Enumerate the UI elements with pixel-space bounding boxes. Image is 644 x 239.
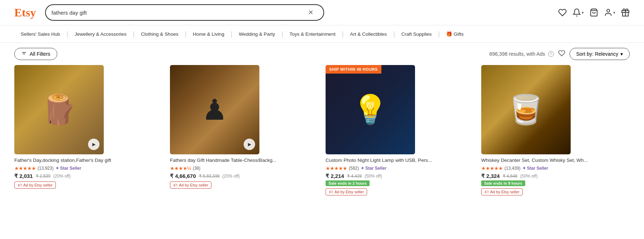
nav-gifts[interactable]: 🎁 Gifts [440,28,470,40]
nav-toys-entertainment[interactable]: Toys & Entertainment [283,29,342,40]
star-rating: ★★★★½ [170,165,191,171]
price-off: (20% off) [53,174,70,179]
star-rating: ★★★★★ [14,165,36,171]
ad-icon: 🏷 [173,183,177,187]
star-rating: ★★★★★ [481,165,503,171]
all-filters-button[interactable]: All Filters [14,48,57,60]
product-price: ₹ 2,031 ₹ 2,539 (20% off) [14,173,163,179]
nav-sellers-sales-hub[interactable]: Sellers' Sales Hub [14,29,67,40]
ad-icon: 🏷 [18,183,21,187]
review-count: (38) [193,166,200,171]
search-input[interactable] [52,10,307,16]
user-chevron: ▾ [613,10,615,15]
gift-button[interactable] [621,8,630,17]
sale-ends-badge: Sale ends in 2 hours [326,180,370,186]
price-main: ₹ 2,031 [14,173,33,179]
star-seller-badge: ✦ Star Seller [522,166,548,171]
product-rating: ★★★★★ (582) ✦ Star Seller [326,165,474,171]
product-title: Fathers day GIft Handmade Table-Chess/Ba… [170,157,318,164]
save-search-button[interactable] [558,50,565,59]
filter-icon [21,51,27,57]
product-price: ₹ 2,324 ₹ 4,648 (50% off) [481,173,630,179]
price-off: (50% off) [365,174,382,179]
product-image: 🥃 [481,65,571,154]
play-button[interactable]: ▶ [88,139,99,150]
product-image-wrap: 🥃 [481,65,571,154]
notifications-button[interactable]: ▾ [572,8,584,17]
ad-badge: 🏷 Ad by Etsy seller [170,181,211,189]
product-image-wrap: 🪵 ▶ [14,65,104,154]
sale-ends-badge: Sale ends in 9 hours [481,180,525,186]
product-image: 💡 [326,65,415,154]
product-price: ₹ 4,66,670 ₹ 5,83,338 (20% off) [170,173,318,179]
ad-badge: 🏷 Ad by Etsy seller [481,188,523,195]
price-original: ₹ 2,539 [36,174,50,179]
star-seller-badge: ✦ Star Seller [361,166,386,171]
svg-point-3 [607,9,610,12]
price-main: ₹ 2,214 [326,173,344,179]
product-card-1[interactable]: 🪵 ▶ Father's Day,docking station,Father'… [14,65,163,195]
review-count: (13,439) [504,166,521,171]
ad-badge: 🏷 Ad by Etsy seller [326,188,367,195]
product-image-wrap: ♟ ▶ [170,65,259,154]
ship-badge: SHIP WITHIN 48 HOURS [326,65,381,74]
product-price: ₹ 2,214 ₹ 4,428 (50% off) [326,173,474,179]
search-bar: ✕ [45,4,324,21]
price-original: ₹ 5,83,338 [199,174,220,179]
star-seller-icon: ✦ [361,166,364,171]
nav-jewellery-accessories[interactable]: Jewellery & Accessories [68,29,133,40]
review-count: (13,923) [38,166,54,171]
main-nav: Sellers' Sales Hub | Jewellery & Accesso… [0,25,644,43]
star-seller-icon: ✦ [522,166,526,171]
product-card-3[interactable]: SHIP WITHIN 48 HOURS 💡 Custom Photo Nigh… [326,65,474,195]
product-rating: ★★★★★ (13,923) ✦ Star Seller [14,165,163,171]
sort-label: Sort by: Relevancy [576,51,619,57]
product-image-wrap: SHIP WITHIN 48 HOURS 💡 [326,65,415,154]
price-main: ₹ 4,66,670 [170,173,196,179]
wishlist-button[interactable] [558,8,567,17]
results-info-icon[interactable]: ? [548,51,554,57]
play-button[interactable]: ▶ [244,139,255,150]
product-rating: ★★★★½ (38) [170,165,318,171]
review-count: (582) [349,166,359,171]
cart-button[interactable] [590,8,598,17]
star-seller-icon: ✦ [55,166,59,171]
product-card-2[interactable]: ♟ ▶ Fathers day GIft Handmade Table-Ches… [170,65,318,195]
ad-icon: 🏷 [484,190,488,194]
header: Etsy ✕ ▾ ▾ [0,0,644,25]
header-icons: ▾ ▾ [558,8,630,17]
product-title: Custom Photo Night Light Lamp with USB, … [326,157,474,164]
star-rating: ★★★★★ [326,165,347,171]
results-info: 896,398 results, with Ads ? [489,51,554,57]
nav-home-living[interactable]: Home & Living [186,29,231,40]
price-off: (50% off) [520,174,537,179]
price-original: ₹ 4,648 [503,174,517,179]
product-title: Father's Day,docking station,Father's Da… [14,157,163,164]
product-title: Whiskey Decanter Set, Custom Whisky Set,… [481,157,630,164]
price-original: ₹ 4,428 [347,174,362,179]
product-card-4[interactable]: 🥃 Whiskey Decanter Set, Custom Whisky Se… [481,65,630,195]
price-main: ₹ 2,324 [481,173,500,179]
star-seller-badge: ✦ Star Seller [55,166,81,171]
product-rating: ★★★★★ (13,439) ✦ Star Seller [481,165,630,171]
sort-chevron: ▾ [620,51,623,57]
nav-craft-supplies[interactable]: Craft Supplies [395,29,438,40]
price-off: (20% off) [223,174,240,179]
etsy-logo[interactable]: Etsy [14,6,39,19]
products-grid: 🪵 ▶ Father's Day,docking station,Father'… [0,65,644,210]
search-button[interactable] [315,7,318,18]
user-button[interactable]: ▾ [604,8,615,17]
ad-badge: 🏷 Ad by Etsy seller [14,181,56,189]
nav-clothing-shoes[interactable]: Clothing & Shoes [135,29,185,40]
filter-label: All Filters [30,51,50,57]
toolbar: All Filters 896,398 results, with Ads ? … [0,43,644,65]
sort-button[interactable]: Sort by: Relevancy ▾ [570,48,630,60]
bell-chevron: ▾ [582,10,584,15]
search-clear-button[interactable]: ✕ [307,7,315,18]
results-right: 896,398 results, with Ads ? Sort by: Rel… [489,48,630,60]
nav-wedding-party[interactable]: Wedding & Party [233,29,282,40]
nav-art-collectibles[interactable]: Art & Collectibles [343,29,393,40]
ad-icon: 🏷 [329,190,333,194]
